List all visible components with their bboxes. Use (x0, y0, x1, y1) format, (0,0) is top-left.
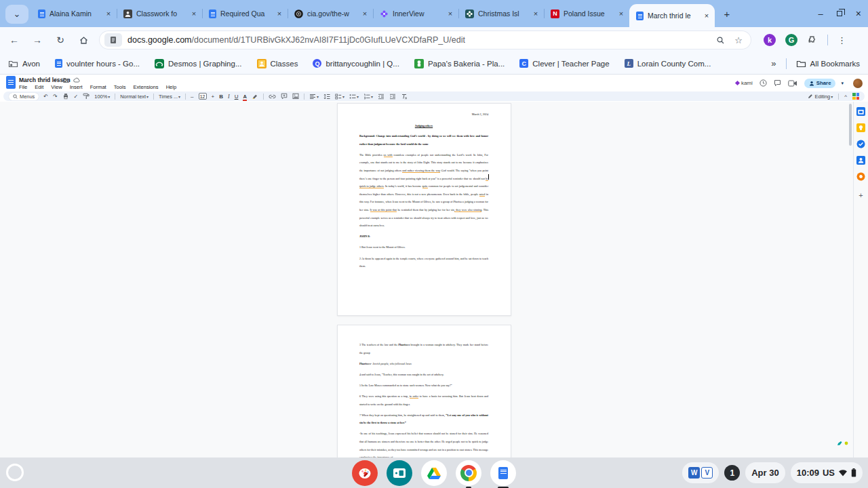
tab-poland[interactable]: N Poland Issue × (544, 0, 629, 27)
insert-link-button[interactable] (269, 93, 276, 100)
increase-indent-button[interactable] (389, 93, 396, 100)
minimize-button[interactable]: – (818, 9, 823, 19)
bookmark-quizlet[interactable]: Q brittanycoughlin | Q... (313, 59, 399, 68)
account-avatar[interactable] (853, 79, 863, 88)
bookmark-lorain-county[interactable]: L Lorain County Com... (625, 59, 711, 68)
forward-button[interactable]: → (28, 31, 46, 49)
bold-button[interactable]: B (219, 93, 223, 100)
date-pill[interactable]: Apr 30 (745, 462, 785, 483)
chrome-app-icon[interactable] (456, 460, 481, 486)
home-button[interactable] (75, 31, 92, 49)
italic-button[interactable]: I (228, 93, 230, 100)
tab-march-active[interactable]: March thrid le × (629, 4, 715, 27)
tab-search-button[interactable]: ⌄ (5, 5, 28, 24)
screencast-app-icon[interactable] (387, 460, 412, 486)
new-tab-button[interactable]: + (717, 4, 736, 23)
open-windows-tray[interactable]: W V (682, 462, 719, 483)
search-tabs-icon[interactable] (716, 36, 731, 45)
underline-button[interactable]: U (235, 93, 239, 100)
paint-format-button[interactable] (83, 93, 90, 100)
tab-cia[interactable]: cia.gov/the-w × (288, 0, 373, 27)
tab-innerview[interactable]: InnerView × (373, 0, 458, 27)
launcher-button[interactable] (6, 464, 24, 481)
redo-button[interactable]: ↷ (53, 93, 58, 100)
notification-counter[interactable]: 1 (724, 465, 740, 481)
bookmark-classes[interactable]: Classes (257, 59, 298, 68)
font-select[interactable]: Times ...▾ (159, 93, 180, 100)
tab-alaina[interactable]: Alaina Kamin × (31, 0, 117, 27)
star-icon[interactable]: ☆ (54, 77, 59, 83)
all-bookmarks-button[interactable]: All Bookmarks (796, 59, 861, 68)
bulleted-list-button[interactable]: ▾ (349, 93, 359, 100)
back-button[interactable]: ← (5, 31, 23, 49)
contacts-icon[interactable] (856, 156, 865, 165)
close-icon[interactable]: × (104, 9, 113, 18)
font-size-input[interactable]: 12 (199, 93, 207, 100)
clear-formatting-button[interactable] (401, 93, 408, 100)
menu-format[interactable]: Format (90, 84, 106, 90)
add-comment-button[interactable] (281, 93, 288, 100)
menu-extensions[interactable]: Extensions (133, 84, 158, 90)
highlight-color-button[interactable] (252, 93, 258, 100)
google-docs-logo[interactable] (6, 76, 16, 89)
get-addons-plus-icon[interactable]: + (859, 191, 863, 199)
meet-video-icon[interactable] (788, 80, 797, 87)
omnibox[interactable]: docs.google.com/document/d/1TURBivGkXJ62… (99, 30, 751, 49)
browser-menu-icon[interactable]: ⋮ (837, 35, 846, 45)
close-icon[interactable]: × (617, 9, 625, 18)
font-size-increase-button[interactable]: + (212, 93, 215, 100)
numbered-list-button[interactable]: ▾ (363, 93, 373, 100)
text-color-button[interactable]: A (243, 93, 246, 100)
spellcheck-button[interactable]: ✓ (74, 93, 79, 100)
document-scrollbar[interactable] (849, 104, 852, 146)
kami-widget[interactable] (837, 441, 849, 446)
bookmarks-overflow-icon[interactable]: » (771, 58, 776, 68)
align-button[interactable]: ▾ (309, 93, 319, 100)
extensions-puzzle-icon[interactable] (807, 35, 818, 45)
grammarly-extension-icon[interactable]: G (785, 34, 797, 46)
share-dropdown-icon[interactable]: ▾ (838, 81, 846, 86)
google-docs-app-icon[interactable] (490, 460, 516, 486)
menu-view[interactable]: View (51, 84, 62, 90)
share-button[interactable]: Share (804, 79, 836, 88)
bookmark-star-icon[interactable]: ☆ (731, 35, 746, 45)
menu-file[interactable]: File (19, 84, 27, 90)
document-canvas[interactable]: March 3, 2024 Judging others Background:… (0, 102, 868, 458)
google-drive-app-icon[interactable] (421, 460, 447, 486)
checklist-button[interactable]: ▾ (335, 93, 344, 100)
tab-classwork[interactable]: Classwork fo × (117, 0, 202, 27)
cloud-status-icon[interactable] (73, 77, 80, 83)
close-icon[interactable]: × (275, 9, 283, 18)
decrease-indent-button[interactable] (378, 93, 384, 100)
open-in-kami-button[interactable]: kami (736, 80, 753, 86)
tasks-icon[interactable] (856, 140, 865, 148)
menus-search-button[interactable]: Menus (9, 93, 39, 100)
document-page-1[interactable]: March 3, 2024 Judging others Background:… (337, 103, 511, 316)
version-history-icon[interactable] (760, 79, 767, 87)
tab-christmas[interactable]: Christmas Isl × (458, 0, 544, 27)
window-close-button[interactable]: × (856, 8, 861, 19)
reload-button[interactable]: ↻ (52, 31, 69, 49)
close-icon[interactable]: × (532, 9, 540, 18)
document-page-2[interactable]: 3 The teachers of the law and the Pharis… (337, 325, 511, 458)
line-spacing-button[interactable] (323, 93, 330, 100)
addon-mote-icon[interactable] (856, 172, 865, 181)
close-icon[interactable]: × (190, 9, 198, 18)
addon-grid-icon[interactable] (852, 93, 859, 100)
close-icon[interactable]: × (446, 9, 454, 18)
zoom-select[interactable]: 100%▾ (94, 93, 110, 100)
restore-button[interactable] (837, 11, 842, 16)
paragraph-style-select[interactable]: Normal text▾ (120, 93, 149, 100)
print-button[interactable] (62, 93, 69, 100)
editing-mode-select[interactable]: Editing▾ (808, 93, 833, 100)
close-icon[interactable]: × (703, 12, 711, 20)
collapse-toolbar-icon[interactable]: ^ (844, 93, 847, 100)
undo-button[interactable]: ↶ (43, 93, 48, 100)
bookmark-papas-bakeria[interactable]: Papa's Bakeria - Pla... (414, 59, 505, 68)
canvas-app-icon[interactable] (352, 460, 378, 486)
bookmark-volunteer-hours[interactable]: voulnter hours - Go... (55, 59, 140, 68)
close-icon[interactable]: × (361, 9, 369, 18)
site-info-chip[interactable] (104, 33, 122, 47)
tab-required[interactable]: Required Qua × (202, 0, 288, 27)
bookmark-clever[interactable]: C Clever | Teacher Page (519, 59, 609, 68)
